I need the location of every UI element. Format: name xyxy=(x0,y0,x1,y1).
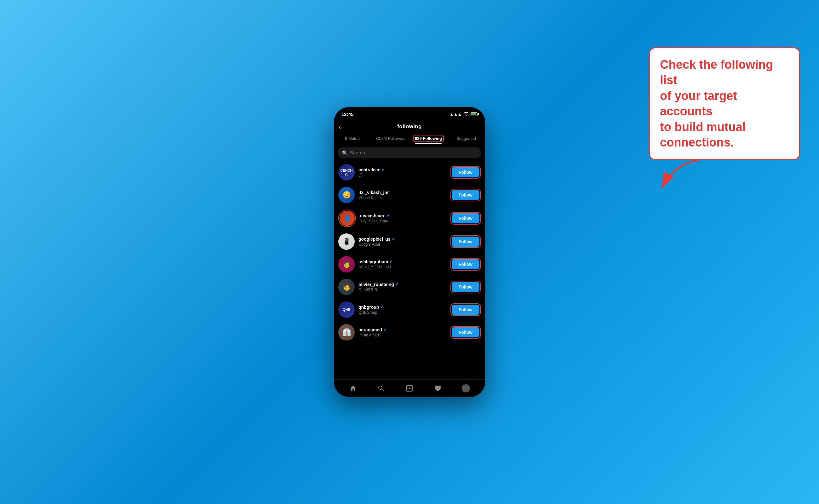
tabs-bar: 9 Mutual 80.3M Followers 989 Following S… xyxy=(334,130,485,144)
user-item-imran: 👔 imranamed ✔ Imran Amed Follow xyxy=(334,321,485,344)
user-name-googlepixel: Google Pixel xyxy=(358,242,447,247)
nav-profile-icon[interactable] xyxy=(462,384,470,392)
user-handle-centralcee: centralcee ✔ xyxy=(358,167,447,172)
user-info-raycash: raycashcare ✔ Ray "Cash" Care xyxy=(360,213,447,223)
status-time: 12:45 xyxy=(341,112,353,117)
callout-text: Check the following list of your target … xyxy=(660,57,789,150)
user-handle-vikash: itz._vikash_jnr xyxy=(358,190,447,195)
follow-col-googlepixel: Follow xyxy=(450,235,481,248)
user-handle-raycash: raycashcare ✔ xyxy=(360,213,447,218)
follow-button-centralcee[interactable]: Follow xyxy=(452,167,479,177)
user-info-olivier: olivier_rousteing ✔ OLIVIER R. xyxy=(358,282,447,292)
search-icon: 🔍 xyxy=(342,150,347,155)
follow-button-qnb[interactable]: Follow xyxy=(452,305,479,315)
verified-icon-imran: ✔ xyxy=(383,328,387,332)
verified-icon-ashley: ✔ xyxy=(389,260,392,264)
follow-col-qnb: Follow xyxy=(450,303,481,316)
user-info-centralcee: centralcee ✔ 🎵 xyxy=(358,167,447,177)
user-item-olivier: 🧑 olivier_rousteing ✔ OLIVIER R. Follow xyxy=(334,276,485,298)
avatar-ashley: 👩 xyxy=(338,256,355,272)
user-item-ashley: 👩 ashleygraham ✔ ASHLEY GRAHAM Follow xyxy=(334,253,485,276)
bottom-nav xyxy=(334,379,485,397)
tab-suggested[interactable]: Suggested xyxy=(447,134,485,144)
tab-following[interactable]: 989 Following xyxy=(409,134,447,144)
avatar-googlepixel: 📱 xyxy=(338,233,355,250)
callout-arrow-svg xyxy=(655,157,706,195)
user-info-googlepixel: googlepixel_us ✔ Google Pixel xyxy=(358,237,447,247)
phone-frame: 12:45 ▲▲▲ ‹ following 9 Mutual 80.3M Fol… xyxy=(334,107,485,397)
nav-reels-icon[interactable] xyxy=(405,384,414,392)
follow-col-ashley: Follow xyxy=(450,258,481,271)
avatar-vikash: 😊 xyxy=(338,187,355,203)
user-name-imran: Imran Amed xyxy=(358,333,447,337)
user-info-ashley: ashleygraham ✔ ASHLEY GRAHAM xyxy=(358,259,447,269)
follow-button-vikash[interactable]: Follow xyxy=(452,190,479,200)
verified-icon-centralcee: ✔ xyxy=(381,168,385,172)
wifi-icon xyxy=(464,112,469,117)
user-handle-googlepixel: googlepixel_us ✔ xyxy=(358,237,447,242)
user-list: CENCH23 centralcee ✔ 🎵 Follow 😊 itz._vik… xyxy=(334,161,485,379)
follow-col-centralcee: Follow xyxy=(450,166,481,179)
avatar-qnb: QNB xyxy=(338,301,355,318)
search-input[interactable] xyxy=(350,150,477,155)
avatar-imran: 👔 xyxy=(338,324,355,341)
user-item-qnb: QNB qnbgroup ✔ QNBGroup Follow xyxy=(334,298,485,321)
user-name-centralcee: 🎵 xyxy=(358,173,447,177)
user-info-qnb: qnbgroup ✔ QNBGroup xyxy=(358,305,447,315)
user-item-centralcee: CENCH23 centralcee ✔ 🎵 Follow xyxy=(334,161,485,184)
nav-search-icon[interactable] xyxy=(377,384,385,392)
user-item-vikash: 😊 itz._vikash_jnr Vikash Kumar Follow xyxy=(334,184,485,206)
search-bar: 🔍 xyxy=(334,144,485,161)
user-name-ashley: ASHLEY GRAHAM xyxy=(358,265,447,269)
tab-followers[interactable]: 80.3M Followers xyxy=(372,134,409,144)
verified-icon-raycash: ✔ xyxy=(387,214,390,218)
verified-icon-googlepixel: ✔ xyxy=(392,237,395,241)
avatar-centralcee: CENCH23 xyxy=(338,164,355,180)
callout-box: Check the following list of your target … xyxy=(649,47,800,160)
follow-col-imran: Follow xyxy=(450,326,481,339)
user-name-raycash: Ray "Cash" Care xyxy=(360,219,447,223)
user-item-googlepixel: 📱 googlepixel_us ✔ Google Pixel Follow xyxy=(334,230,485,253)
header-title: following xyxy=(397,123,421,130)
avatar-olivier: 🧑 xyxy=(338,279,355,295)
user-handle-qnb: qnbgroup ✔ xyxy=(358,305,447,310)
user-handle-ashley: ashleygraham ✔ xyxy=(358,259,447,264)
user-info-vikash: itz._vikash_jnr Vikash Kumar xyxy=(358,190,447,200)
avatar-ring-raycash: 👤 xyxy=(338,209,356,227)
search-input-wrap: 🔍 xyxy=(338,147,481,158)
signal-icon: ▲▲▲ xyxy=(450,112,462,117)
follow-col-raycash: Follow xyxy=(450,212,481,225)
follow-button-imran[interactable]: Follow xyxy=(452,327,479,337)
user-handle-olivier: olivier_rousteing ✔ xyxy=(358,282,447,287)
user-handle-imran: imranamed ✔ xyxy=(358,327,447,332)
follow-button-ashley[interactable]: Follow xyxy=(452,259,479,269)
status-bar: 12:45 ▲▲▲ xyxy=(334,107,485,121)
back-button[interactable]: ‹ xyxy=(339,123,341,130)
user-item-raycash: 👤 raycashcare ✔ Ray "Cash" Care Follow xyxy=(334,206,485,230)
status-icons: ▲▲▲ xyxy=(450,112,478,117)
verified-icon-olivier: ✔ xyxy=(395,282,398,287)
svg-marker-1 xyxy=(409,387,411,390)
follow-button-googlepixel[interactable]: Follow xyxy=(452,237,479,247)
callout-container: Check the following list of your target … xyxy=(649,47,800,195)
user-name-qnb: QNBGroup xyxy=(358,310,447,315)
header: ‹ following xyxy=(334,121,485,130)
user-info-imran: imranamed ✔ Imran Amed xyxy=(358,327,447,337)
verified-icon-qnb: ✔ xyxy=(380,305,383,309)
tab-mutual[interactable]: 9 Mutual xyxy=(334,134,372,144)
follow-col-olivier: Follow xyxy=(450,281,481,293)
user-name-vikash: Vikash Kumar xyxy=(358,196,447,200)
follow-button-olivier[interactable]: Follow xyxy=(452,282,479,292)
nav-heart-icon[interactable] xyxy=(434,384,442,392)
battery-icon xyxy=(471,112,478,116)
avatar-raycash: 👤 xyxy=(340,211,355,226)
follow-col-vikash: Follow xyxy=(450,189,481,201)
nav-home-icon[interactable] xyxy=(349,384,357,392)
user-name-olivier: OLIVIER R. xyxy=(358,288,447,292)
tab-following-label: 989 Following xyxy=(413,135,444,142)
follow-button-raycash[interactable]: Follow xyxy=(452,213,479,223)
